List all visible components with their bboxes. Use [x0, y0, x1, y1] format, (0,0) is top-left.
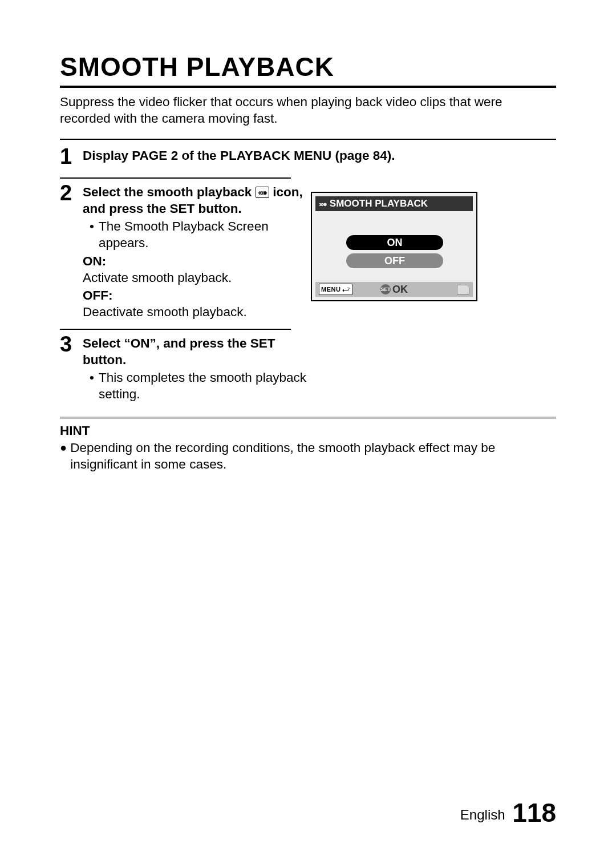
definition-off: OFF: Deactivate smooth playback.: [83, 287, 311, 321]
screen-title: SMOOTH PLAYBACK: [330, 198, 428, 209]
hint-rule: [60, 417, 556, 419]
footer-page-number: 118: [512, 798, 556, 827]
smooth-playback-icon: ‹‹‹●: [256, 187, 269, 198]
return-icon: ⮐: [342, 285, 350, 294]
title-rule: [60, 86, 556, 88]
definition-label: OFF:: [83, 287, 311, 304]
bullet-dot-icon: •: [90, 369, 99, 403]
footer-language: English: [460, 807, 505, 822]
set-circle-icon: SET: [380, 284, 391, 294]
bullet-dot-icon: ●: [60, 439, 70, 473]
step-headline-pre: Select the smooth playback: [83, 185, 256, 199]
set-ok-badge: SET OK: [380, 284, 408, 296]
definition-label: ON:: [83, 253, 311, 269]
step-headline: Display PAGE 2 of the PLAYBACK MENU (pag…: [83, 148, 395, 163]
page-footer: English 118: [460, 797, 556, 828]
screen-header: ›››● SMOOTH PLAYBACK: [315, 196, 473, 211]
step-number: 2: [60, 181, 83, 204]
menu-label: MENU: [321, 286, 341, 293]
option-off: OFF: [346, 253, 443, 268]
smooth-playback-icon: ›››●: [319, 200, 326, 208]
memory-card-icon: [457, 285, 469, 294]
step-body: Select the smooth playback ‹‹‹● icon, an…: [83, 181, 311, 321]
intro-paragraph: Suppress the video flicker that occurs w…: [60, 94, 556, 127]
bullet-dot-icon: •: [90, 218, 99, 252]
step-row: 1 Display PAGE 2 of the PLAYBACK MENU (p…: [60, 139, 556, 167]
definition-text: Activate smooth playback.: [83, 269, 311, 286]
ok-label: OK: [392, 284, 408, 296]
hint-bullet: ● Depending on the recording conditions,…: [60, 439, 556, 473]
step-row: 3 Select “ON”, and press the SET button.…: [60, 330, 556, 403]
hint-label: HINT: [60, 423, 556, 438]
bullet-text: The Smooth Playback Screen appears.: [99, 218, 311, 252]
step-number: 1: [60, 144, 83, 167]
step-bullet: • The Smooth Playback Screen appears.: [83, 218, 311, 252]
step-row: 2 Select the smooth playback ‹‹‹● icon, …: [60, 179, 556, 321]
step-bullet: • This completes the smooth playback set…: [83, 369, 311, 403]
manual-page: SMOOTH PLAYBACK Suppress the video flick…: [0, 0, 616, 868]
camera-screen: ›››● SMOOTH PLAYBACK ON OFF MENU ⮐ SET O…: [311, 192, 477, 301]
hint-text: Depending on the recording conditions, t…: [70, 439, 556, 473]
camera-screen-illustration: ›››● SMOOTH PLAYBACK ON OFF MENU ⮐ SET O…: [311, 192, 476, 301]
step-number: 3: [60, 332, 83, 355]
step-body: Display PAGE 2 of the PLAYBACK MENU (pag…: [83, 144, 556, 164]
option-on: ON: [346, 235, 443, 250]
page-title: SMOOTH PLAYBACK: [60, 51, 556, 82]
screen-footer: MENU ⮐ SET OK: [315, 282, 473, 297]
menu-badge: MENU ⮐: [319, 284, 352, 295]
definition-on: ON: Activate smooth playback.: [83, 253, 311, 286]
definition-text: Deactivate smooth playback.: [83, 304, 311, 320]
step-body: Select “ON”, and press the SET button. •…: [83, 332, 311, 403]
bullet-text: This completes the smooth playback setti…: [99, 369, 311, 403]
step-headline: Select “ON”, and press the SET button.: [83, 336, 275, 367]
